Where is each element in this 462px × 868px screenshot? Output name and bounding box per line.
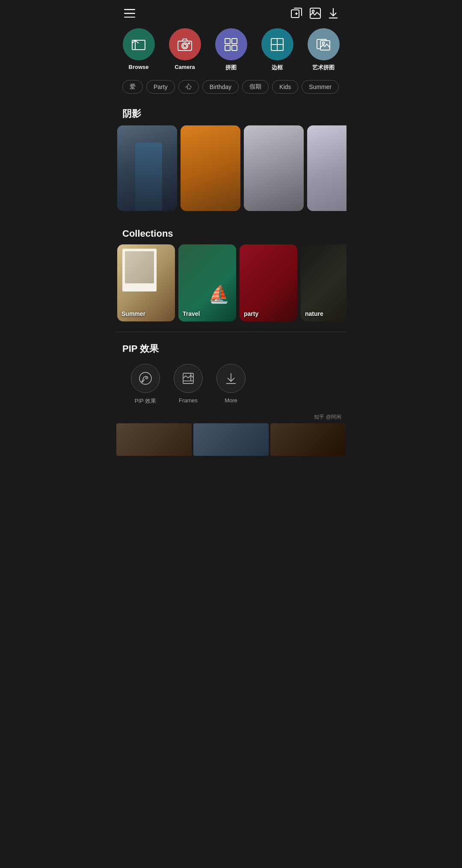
bottom-preview-3 (270, 423, 346, 456)
svg-rect-18 (225, 45, 230, 51)
more-item: More (214, 364, 248, 405)
more-label: More (225, 397, 237, 404)
pip-effect-item: PIP 效果 (128, 364, 163, 405)
pip-effect-label: PIP 效果 (135, 397, 156, 405)
shadow-section-title: 阴影 (116, 99, 346, 125)
pip-effect-button[interactable] (131, 364, 160, 393)
pip-section-title: PIP 效果 (116, 334, 346, 360)
new-tab-icon[interactable] (291, 8, 302, 19)
collections-row: Summer ⛵ Travel party nature (116, 244, 346, 330)
art-label: 艺术拼图 (312, 64, 335, 71)
divider-1 (116, 332, 346, 332)
more-button[interactable] (216, 364, 246, 393)
collection-travel[interactable]: ⛵ Travel (178, 244, 236, 321)
browse-circle (123, 28, 155, 60)
bottom-strip (116, 422, 346, 457)
tag-vacation[interactable]: 假期 (242, 80, 269, 94)
action-camera[interactable]: Camera (166, 28, 204, 71)
header-actions (291, 8, 338, 19)
action-browse[interactable]: Browse (119, 28, 158, 71)
svg-rect-16 (225, 39, 230, 44)
frames-button[interactable] (174, 364, 203, 393)
tag-kids[interactable]: Kids (272, 80, 298, 94)
action-collage[interactable]: 拼图 (212, 28, 250, 71)
collage-circle (215, 28, 247, 60)
collection-party[interactable]: party (240, 244, 297, 321)
watermark: 知乎 @阿闲 (116, 412, 346, 422)
tag-summer[interactable]: Summer (302, 80, 339, 94)
frames-item: Frames (171, 364, 205, 405)
collections-section-title: Collections (116, 220, 346, 244)
action-frame[interactable]: 边框 (258, 28, 296, 71)
download-icon[interactable] (329, 8, 338, 19)
svg-rect-1 (124, 13, 135, 14)
svg-rect-19 (232, 45, 237, 51)
svg-rect-17 (232, 39, 237, 44)
frames-label: Frames (179, 397, 198, 404)
menu-icon[interactable] (124, 9, 135, 18)
svg-rect-0 (124, 9, 135, 10)
collage-label: 拼图 (225, 64, 237, 71)
bottom-preview-2 (193, 423, 269, 456)
polaroid-frame (122, 249, 157, 291)
bottom-preview-1 (116, 423, 192, 456)
svg-point-7 (312, 10, 314, 12)
collection-nature-label: nature (305, 310, 323, 317)
svg-rect-2 (124, 17, 135, 18)
collection-nature[interactable]: nature (301, 244, 346, 321)
collection-party-label: party (244, 310, 258, 317)
collection-summer[interactable]: Summer (117, 244, 175, 321)
shadow-item-2[interactable] (181, 125, 240, 211)
art-circle (308, 28, 340, 60)
action-art[interactable]: 艺术拼图 (304, 28, 343, 71)
frame-circle (261, 28, 293, 60)
tag-birthday[interactable]: Birthday (202, 80, 239, 94)
collection-summer-label: Summer (121, 310, 145, 317)
tag-love[interactable]: 爱 (122, 80, 143, 94)
tags-row: 爱 Party 心 Birthday 假期 Kids Summer (116, 75, 346, 99)
tag-party[interactable]: Party (146, 80, 175, 94)
shadow-item-3[interactable] (244, 125, 304, 211)
shadow-gallery (116, 125, 346, 220)
collection-travel-label: Travel (183, 310, 200, 317)
camera-circle (169, 28, 201, 60)
app-header (116, 0, 346, 24)
browse-label: Browse (129, 64, 149, 70)
sailboat-icon: ⛵ (208, 284, 230, 304)
quick-actions-row: Browse Camera 拼图 (116, 24, 346, 75)
pip-row: PIP 效果 Frames More (116, 360, 346, 412)
gallery-icon[interactable] (310, 8, 321, 19)
frame-label: 边框 (272, 64, 283, 71)
camera-label: Camera (175, 64, 195, 70)
svg-point-14 (183, 44, 187, 48)
svg-point-15 (189, 42, 190, 44)
shadow-item-1[interactable] (117, 125, 177, 211)
shadow-item-4[interactable] (307, 125, 346, 211)
tag-heart[interactable]: 心 (178, 80, 199, 94)
